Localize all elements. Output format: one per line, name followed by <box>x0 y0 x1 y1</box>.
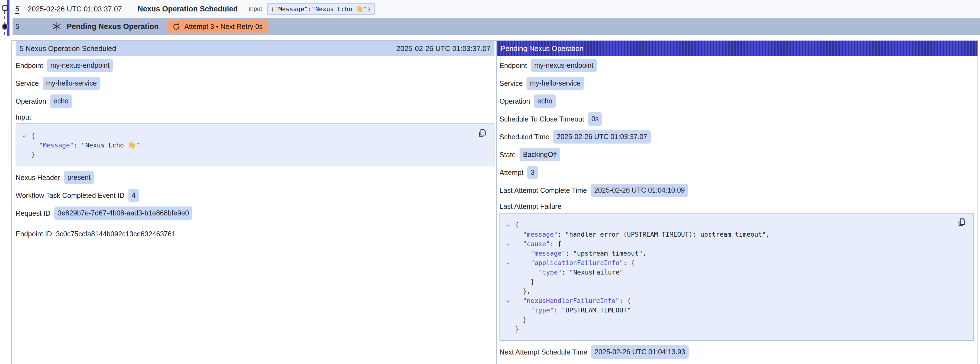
code-text: "message": "upstream timeout", <box>515 250 646 257</box>
attempt-count-badge: 3 <box>527 166 538 179</box>
field-attempt: Attempt 3 <box>500 166 974 179</box>
endpoint-id-link[interactable]: 3c0c75ccfa8144b092c13ce632463761 <box>56 230 176 238</box>
left-panel-timestamp: 2025-02-26 UTC 01:03:37.07 <box>396 44 490 53</box>
endpoint-badge: my-nexus-endpoint <box>47 59 113 72</box>
code-line: "cause": { <box>505 239 954 249</box>
next-attempt-schedule-time-badge: 2025-02-26 UTC 01:04:13.93 <box>591 345 688 358</box>
collapse-chevron-icon[interactable] <box>505 222 515 228</box>
code-line: "message": "upstream timeout", <box>505 249 954 258</box>
field-scheduled-time: Scheduled Time 2025-02-26 UTC 01:03:37.0… <box>500 130 974 144</box>
pending-panel-header: Pending Nexus Operation <box>497 41 977 56</box>
attempt-retry-label: Attempt 3 • Next Retry 0s <box>185 22 262 31</box>
copy-failure-button[interactable] <box>956 217 967 228</box>
last-attempt-complete-time-badge: 2025-02-26 UTC 01:04:10.09 <box>591 184 688 197</box>
event-id-link[interactable]: 5 <box>15 5 19 13</box>
code-line: "type": "NexusFailure" <box>505 268 954 277</box>
code-text: { <box>31 132 35 139</box>
pending-operation-detail-panel: Pending Nexus Operation Endpoint my-nexu… <box>497 41 977 364</box>
input-json-viewer: {"Message": "Nexus Echo 👋"} <box>16 123 495 166</box>
field-request-id: Request ID 3e829b7e-7d67-4b08-aad3-b1e86… <box>16 206 495 220</box>
pending-event-title: Pending Nexus Operation <box>67 22 159 31</box>
code-text: } <box>515 326 519 333</box>
code-line: "message": "handler error (UPSTREAM_TIME… <box>505 230 954 239</box>
field-schedule-to-close-timeout: Schedule To Close Timeout 0s <box>500 112 974 126</box>
pending-service-badge: my-hello-service <box>527 77 584 90</box>
field-last-attempt-complete-time: Last Attempt Complete Time 2025-02-26 UT… <box>500 184 974 197</box>
field-nexus-header: Nexus Header present <box>16 171 495 184</box>
field-endpoint: Endpoint my-nexus-endpoint <box>16 59 495 72</box>
field-pending-service: Service my-hello-service <box>500 77 974 90</box>
event-timestamp: 2025-02-26 UTC 01:03:37.07 <box>27 5 122 13</box>
code-text: "nexusHandlerFailureInfo": { <box>515 297 631 304</box>
code-line: }, <box>505 287 954 296</box>
code-text: { <box>515 221 519 228</box>
copy-input-button[interactable] <box>477 128 487 139</box>
left-panel-title: 5 Nexus Operation Scheduled <box>19 44 116 53</box>
event-details-container: 5 Nexus Operation Scheduled 2025-02-26 U… <box>11 40 978 364</box>
code-text: } <box>31 151 35 158</box>
pending-endpoint-badge: my-nexus-endpoint <box>531 59 597 72</box>
code-text: "type": "UPSTREAM_TIMEOUT" <box>515 307 631 314</box>
code-line: } <box>505 315 954 324</box>
field-service: Service my-hello-service <box>16 77 495 90</box>
pending-operation-badge: echo <box>534 94 556 108</box>
code-line: "applicationFailureInfo": { <box>505 258 954 268</box>
event-input-chip[interactable]: {"Message":"Nexus Echo 👋"} <box>267 3 375 15</box>
code-text: }, <box>515 287 531 295</box>
schedule-to-close-timeout-badge: 0s <box>588 112 602 125</box>
timeline-active-bar <box>7 0 10 36</box>
pending-panel-title: Pending Nexus Operation <box>501 44 584 53</box>
event-row-nexus-operation-scheduled[interactable]: 5 2025-02-26 UTC 01:03:37.07 Nexus Opera… <box>13 0 980 18</box>
field-state: State BackingOff <box>500 148 974 161</box>
code-text: "applicationFailureInfo": { <box>515 259 635 267</box>
collapse-chevron-icon[interactable] <box>505 241 515 247</box>
code-line: } <box>505 324 954 334</box>
code-text: "cause": { <box>515 240 561 247</box>
field-endpoint-id: Endpoint ID 3c0c75ccfa8144b092c13ce63246… <box>16 227 495 241</box>
code-text: } <box>515 316 527 323</box>
code-line: "Message": "Nexus Echo 👋" <box>21 140 474 150</box>
retry-icon <box>172 22 180 31</box>
collapse-chevron-icon[interactable] <box>505 298 515 304</box>
code-text: "Message": "Nexus Echo 👋" <box>31 142 140 149</box>
code-line: { <box>21 131 474 140</box>
field-next-attempt-schedule-time: Next Attempt Schedule Time 2025-02-26 UT… <box>500 345 974 359</box>
collapse-chevron-icon[interactable] <box>21 133 31 139</box>
timeline-node-open-icon[interactable] <box>2 5 8 11</box>
last-attempt-failure-label: Last Attempt Failure <box>500 201 977 211</box>
service-badge: my-hello-service <box>43 77 100 90</box>
state-badge: BackingOff <box>520 148 560 161</box>
code-text: "type": "NexusFailure" <box>515 269 624 276</box>
code-line: "type": "UPSTREAM_TIMEOUT" <box>505 305 954 315</box>
scheduled-event-detail-panel: 5 Nexus Operation Scheduled 2025-02-26 U… <box>12 41 497 364</box>
event-title: Nexus Operation Scheduled <box>138 5 238 13</box>
field-workflow-task-completed-event-id: Workflow Task Completed Event ID 4 <box>16 189 495 202</box>
code-line: "nexusHandlerFailureInfo": { <box>505 296 954 305</box>
collapse-chevron-icon[interactable] <box>505 260 515 266</box>
pending-asterisk-icon <box>52 22 62 31</box>
workflow-event-history-view: 5 2025-02-26 UTC 01:03:37.07 Nexus Opera… <box>0 0 980 364</box>
input-section-label: Input <box>16 112 496 122</box>
event-input-label: Input <box>248 5 262 13</box>
code-line: } <box>21 150 474 160</box>
wtc-event-id-badge: 4 <box>129 189 139 202</box>
pending-event-id-link[interactable]: 5 <box>15 22 19 31</box>
event-row-pending-nexus-operation[interactable]: 5 Pending Nexus Operation Attempt 3 • Ne… <box>13 18 980 35</box>
code-text: "message": "handler error (UPSTREAM_TIME… <box>515 231 770 238</box>
nexus-header-badge: present <box>64 171 94 184</box>
attempt-retry-badge: Attempt 3 • Next Retry 0s <box>167 20 268 33</box>
request-id-badge: 3e829b7e-7d67-4b08-aad3-b1e868bfe9e0 <box>54 206 192 220</box>
code-text: } <box>515 278 535 286</box>
scheduled-time-badge: 2025-02-26 UTC 01:03:37.07 <box>553 130 651 143</box>
operation-badge: echo <box>50 94 72 108</box>
last-attempt-failure-json-viewer: {"message": "handler error (UPSTREAM_TIM… <box>500 213 974 341</box>
field-pending-operation: Operation echo <box>500 94 974 108</box>
code-line: } <box>505 277 954 287</box>
code-line: { <box>505 220 954 230</box>
timeline-node-selected-icon[interactable] <box>2 23 8 30</box>
field-pending-endpoint: Endpoint my-nexus-endpoint <box>500 59 974 72</box>
field-operation: Operation echo <box>16 94 495 108</box>
left-panel-header: 5 Nexus Operation Scheduled 2025-02-26 U… <box>16 41 495 56</box>
